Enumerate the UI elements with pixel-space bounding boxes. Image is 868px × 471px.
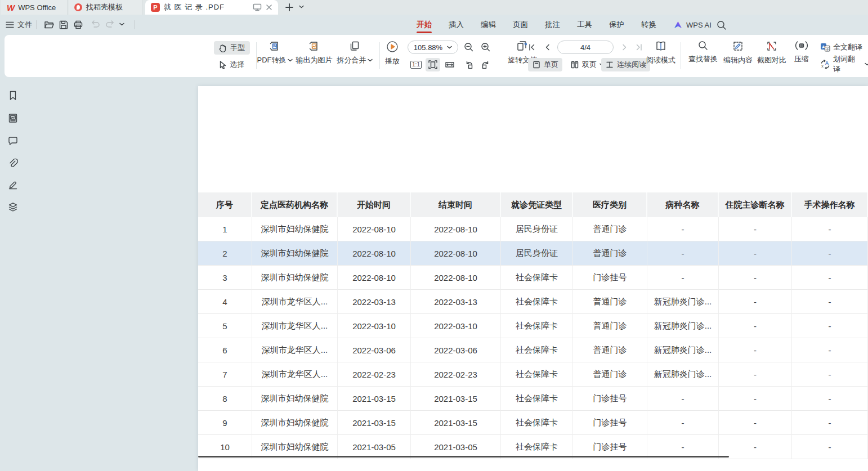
single-page-button[interactable]: 单页 [528,58,562,71]
table-row[interactable]: 8深圳市妇幼保健院2021-03-152021-03-15社会保障卡门诊挂号--… [198,387,868,411]
menu-tab[interactable]: 插入 [441,15,472,35]
menu-tab[interactable]: 转换 [633,15,664,35]
attachment-icon[interactable] [7,158,19,169]
table-row[interactable]: 2深圳市妇幼保健院2022-08-102022-08-10居民身份证普通门诊--… [198,241,868,266]
table-row[interactable]: 9深圳市妇幼保健院2021-03-152021-03-15社会保障卡门诊挂号--… [198,411,868,435]
table-row[interactable]: 5深圳市龙华区人...2022-03-102022-03-10社会保障卡普通门诊… [198,314,868,338]
zoom-in-button[interactable] [478,41,493,54]
column-header: 定点医药机构名称 [252,192,338,217]
table-cell: - [647,266,719,290]
undo-icon[interactable] [90,20,100,29]
table-cell: 4 [198,290,252,314]
prev-page-button[interactable] [540,41,555,54]
table-cell: 2021-03-15 [338,387,411,411]
wps-ai-logo-icon [673,20,683,29]
comment-icon[interactable] [7,135,19,146]
table-cell: 新冠肺炎门诊... [647,362,719,387]
menu-search-icon[interactable] [716,20,727,31]
table-row[interactable]: 1深圳市妇幼保健院2022-08-102022-08-10居民身份证普通门诊--… [198,217,868,241]
chevron-down-icon [288,59,293,62]
actual-size-button[interactable]: 1:1 [409,58,423,71]
tab-document[interactable]: P 就 医 记 录 .PDF [145,0,278,15]
table-cell: 居民身份证 [501,217,573,241]
next-page-button[interactable] [617,41,632,54]
table-cell: - [719,338,792,362]
table-cell: 普通门诊 [573,362,647,387]
redo-icon[interactable] [105,20,115,29]
new-tab-plus-icon[interactable] [285,3,294,12]
edit-content-button[interactable]: 编辑内容 [719,40,757,65]
table-cell: - [647,387,719,411]
word-translate-icon: Ax [820,60,830,69]
full-translate-button[interactable]: A字 全文翻译 [816,41,866,54]
book-icon [654,40,668,52]
file-menu-button[interactable]: 文件 [6,15,32,35]
rotate-left-button[interactable] [462,58,476,71]
signature-icon[interactable] [7,179,19,190]
svg-text:W: W [273,44,277,48]
table-cell: 2021-03-15 [338,411,411,435]
layers-icon[interactable] [7,201,19,213]
export-image-button[interactable]: 输出为图片 [293,40,335,65]
table-cell: 门诊挂号 [573,266,647,290]
fit-width-button[interactable] [442,58,457,71]
zoom-out-button[interactable] [462,41,476,54]
table-row[interactable]: 6深圳市龙华区人...2022-03-062022-03-06社会保障卡普通门诊… [198,338,868,362]
pdf-convert-label: PDF转换 [257,55,287,65]
read-mode-button[interactable]: 阅读模式 [643,40,679,65]
table-cell: 1 [198,217,252,241]
menu-tab[interactable]: 开始 [409,15,440,35]
hand-tool-button[interactable]: 手型 [214,41,250,55]
first-page-button[interactable] [525,41,539,54]
table-cell: 2022-08-10 [411,241,501,266]
open-file-icon[interactable] [44,20,54,30]
save-icon[interactable] [59,20,69,30]
thumbnail-icon[interactable] [7,113,19,124]
screenshot-compare-button[interactable]: 截图对比 [753,40,790,65]
horizontal-scrollbar[interactable] [198,456,729,457]
close-icon[interactable] [266,4,272,11]
table-body: 1深圳市妇幼保健院2022-08-102022-08-10居民身份证普通门诊--… [198,217,868,459]
table-cell: - [647,411,719,435]
tab-docer[interactable]: 找稻壳模板 [69,0,142,15]
monitor-icon[interactable] [253,3,262,11]
rotate-right-button[interactable] [478,58,493,71]
menu-tab[interactable]: 保护 [601,15,632,35]
table-row[interactable]: 4深圳市龙华区人...2022-03-132022-03-13社会保障卡普通门诊… [198,290,868,314]
table-cell: 普通门诊 [573,241,647,266]
menu-tab[interactable]: 页面 [505,15,536,35]
table-row[interactable]: 3深圳市妇幼保健院2022-08-102022-08-10社会保障卡门诊挂号--… [198,266,868,290]
table-cell: - [719,362,792,387]
menu-tab[interactable]: 批注 [537,15,568,35]
table-cell: 2022-03-13 [338,290,411,314]
screenshot-compare-icon [766,40,778,52]
bookmark-icon[interactable] [7,90,19,101]
hamburger-icon [6,21,14,28]
table-cell: 2022-02-23 [338,362,411,387]
page-number-input[interactable]: 4/4 [557,41,614,54]
fit-page-button[interactable] [426,58,440,71]
word-translate-button[interactable]: Ax 划词翻译 [816,57,868,71]
menu-tab[interactable]: 工具 [569,15,600,35]
zoom-level-select[interactable]: 105.88% [408,41,458,54]
more-actions-chevron-icon[interactable] [119,23,124,26]
table-row[interactable]: 7深圳市龙华区人...2022-02-232022-02-23社会保障卡普通门诊… [198,362,868,387]
read-mode-label: 阅读模式 [646,55,675,65]
table-cell: - [647,241,719,266]
table-cell: - [792,241,868,266]
tab-list-chevron-icon[interactable] [299,5,304,8]
continuous-read-label: 连续阅读 [617,60,646,70]
wps-ai-button[interactable]: WPS AI [673,15,712,35]
table-cell: - [792,314,868,338]
select-tool-button[interactable]: 选择 [214,58,250,71]
menu-tab[interactable]: 编辑 [473,15,504,35]
split-merge-button[interactable]: 拆分合并 [333,40,376,65]
table-cell: 9 [198,411,252,435]
find-replace-button[interactable]: 查找替换 [683,40,723,64]
play-button[interactable]: 播放 [377,40,408,66]
print-icon[interactable] [73,20,83,30]
tab-wps-home[interactable]: W WPS Office [1,0,68,15]
rotate-right-icon [481,60,491,70]
compress-button[interactable]: 压缩 [789,40,814,64]
pdf-convert-button[interactable]: W PDF转换 [253,40,296,65]
